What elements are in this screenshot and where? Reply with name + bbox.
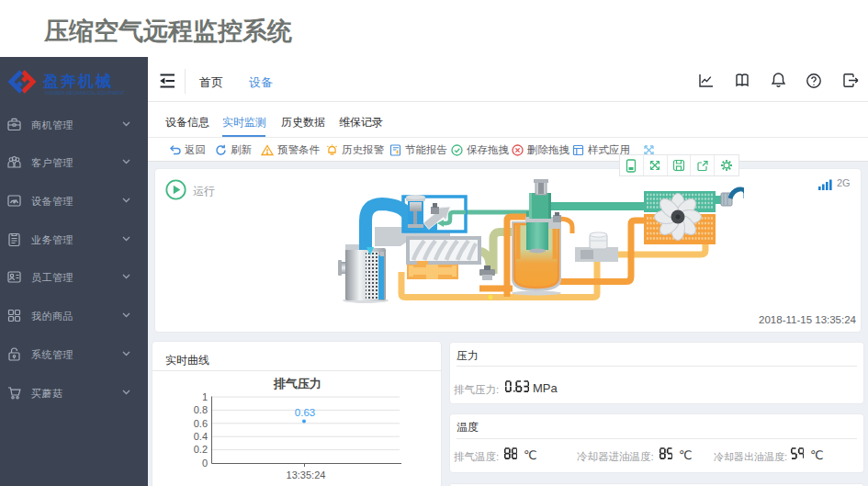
- svg-text:0.8: 0.8: [194, 404, 208, 415]
- svg-text:0.6: 0.6: [194, 418, 208, 429]
- svg-text:1: 1: [202, 391, 208, 402]
- svg-text:13:35:24: 13:35:24: [287, 469, 326, 480]
- svg-text:0.63: 0.63: [295, 407, 315, 418]
- svg-text:0: 0: [202, 458, 208, 469]
- svg-text:排气压力: 排气压力: [273, 377, 321, 390]
- svg-text:0.2: 0.2: [194, 444, 208, 455]
- svg-text:0.4: 0.4: [194, 431, 208, 442]
